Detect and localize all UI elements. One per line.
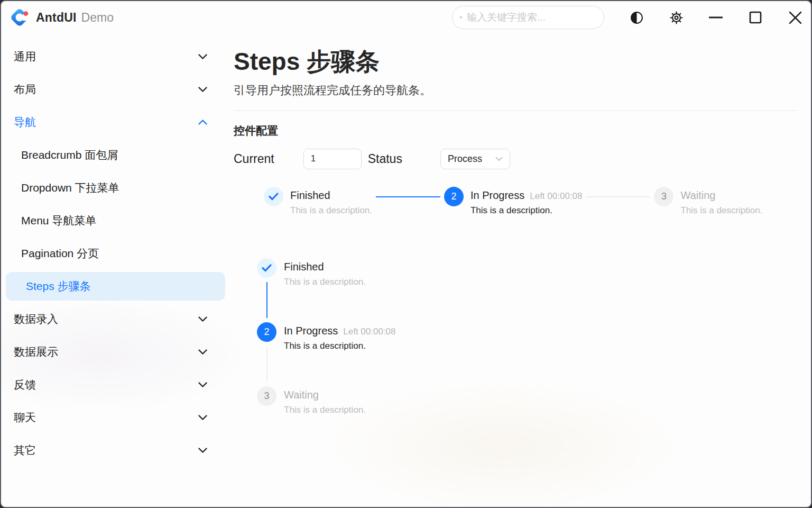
check-icon xyxy=(262,264,272,272)
main-content: Steps 步骤条 引导用户按照流程完成任务的导航条。 控件配置 Current… xyxy=(225,34,811,507)
step-number: 2 xyxy=(451,191,456,202)
sidebar-item-label: 通用 xyxy=(14,49,36,64)
chevron-down-icon xyxy=(198,382,207,387)
step-marker: 2 xyxy=(257,322,276,342)
settings-button[interactable] xyxy=(669,10,684,25)
search-input[interactable] xyxy=(467,12,596,23)
step-marker: 2 xyxy=(444,187,464,206)
search-box[interactable] xyxy=(452,6,604,29)
page-subtitle: 引导用户按照流程完成任务的导航条。 xyxy=(234,83,797,98)
step-finished[interactable]: Finished This is a description. xyxy=(257,258,797,322)
step-waiting[interactable]: 3 Waiting This is a description. xyxy=(654,187,762,216)
minimize-button[interactable] xyxy=(708,10,723,25)
step-number: 3 xyxy=(661,191,667,202)
sidebar-item-data-display[interactable]: 数据展示 xyxy=(1,335,225,368)
current-input[interactable] xyxy=(303,149,362,169)
sidebar-item-label: Menu 导航菜单 xyxy=(21,213,96,228)
step-description: This is a description. xyxy=(284,341,396,351)
sidebar-item-label: Steps 步骤条 xyxy=(26,279,91,294)
divider xyxy=(234,110,797,111)
step-marker xyxy=(264,187,283,206)
sidebar-item-layout[interactable]: 布局 xyxy=(1,73,225,106)
step-description: This is a description. xyxy=(284,277,366,287)
sidebar-item-pagination[interactable]: Pagination 分页 xyxy=(1,237,225,270)
settings-gear-icon xyxy=(669,11,684,25)
sidebar-item-general[interactable]: 通用 xyxy=(1,40,225,73)
sidebar-item-label: Breadcrumb 面包屑 xyxy=(21,148,118,162)
step-title: Finished xyxy=(290,189,330,202)
app-title-suffix: Demo xyxy=(81,11,114,25)
sidebar-item-label: 布局 xyxy=(14,82,36,97)
sidebar-item-navigation[interactable]: 导航 xyxy=(1,106,225,139)
config-controls: Current Status Process xyxy=(234,149,797,169)
sidebar-item-steps[interactable]: Steps 步骤条 xyxy=(6,272,225,301)
step-connector xyxy=(586,196,650,197)
close-button[interactable] xyxy=(788,10,802,25)
step-description: This is a description. xyxy=(680,205,762,216)
chevron-down-icon xyxy=(198,316,207,322)
sidebar-item-data-entry[interactable]: 数据录入 xyxy=(1,303,225,335)
check-icon xyxy=(269,193,279,201)
chevron-up-icon xyxy=(198,120,207,125)
sidebar-item-label: 其它 xyxy=(14,443,36,458)
page-title: Steps 步骤条 xyxy=(234,48,797,76)
step-marker: 3 xyxy=(654,187,673,206)
status-select[interactable]: Process xyxy=(440,149,510,169)
step-tail-connector xyxy=(266,346,267,382)
chevron-down-icon xyxy=(198,54,207,59)
maximize-icon xyxy=(749,11,762,24)
minimize-icon xyxy=(709,11,723,24)
app-logo-icon xyxy=(8,6,31,29)
sidebar-item-label: 数据录入 xyxy=(14,312,58,326)
step-title: Finished xyxy=(284,261,324,273)
sidebar-item-dropdown[interactable]: Dropdown 下拉菜单 xyxy=(1,171,225,204)
chevron-down-icon xyxy=(495,157,503,161)
titlebar: AntdUI Demo xyxy=(1,1,811,34)
step-tail-connector xyxy=(266,282,267,318)
step-waiting[interactable]: 3 Waiting This is a description. xyxy=(257,386,797,429)
status-select-value: Process xyxy=(448,153,495,165)
step-title: Waiting xyxy=(284,389,319,401)
step-title: In Progress xyxy=(284,325,338,337)
chevron-down-icon xyxy=(198,415,207,420)
step-in-progress[interactable]: 2 In Progress Left 00:00:08 This is a de… xyxy=(257,322,797,386)
step-number: 2 xyxy=(264,326,269,338)
step-number: 3 xyxy=(264,391,269,402)
step-connector xyxy=(376,196,440,197)
maximize-button[interactable] xyxy=(748,10,763,25)
sidebar-item-other[interactable]: 其它 xyxy=(1,434,225,467)
steps-horizontal: Finished This is a description. 2 In Pro… xyxy=(234,187,797,216)
status-label: Status xyxy=(368,152,402,166)
step-description: This is a description. xyxy=(470,205,583,216)
step-subtitle: Left 00:00:08 xyxy=(343,326,395,337)
step-marker: 3 xyxy=(257,386,276,406)
sidebar-item-label: Pagination 分页 xyxy=(21,246,99,261)
step-title: In Progress xyxy=(470,189,524,202)
theme-contrast-icon xyxy=(630,11,643,24)
sidebar: 通用 布局 导航 Breadcrumb 面包屑 xyxy=(1,34,225,507)
sidebar-item-label: 聊天 xyxy=(14,410,36,425)
app-window: AntdUI Demo xyxy=(0,0,812,508)
steps-vertical: Finished This is a description. 2 xyxy=(234,258,797,429)
chevron-down-icon xyxy=(198,448,207,453)
sidebar-item-menu[interactable]: Menu 导航菜单 xyxy=(1,204,225,237)
chevron-down-icon xyxy=(198,87,207,92)
step-marker xyxy=(257,258,276,278)
sidebar-item-feedback[interactable]: 反馈 xyxy=(1,368,225,401)
sidebar-item-label: 导航 xyxy=(14,115,36,130)
step-in-progress[interactable]: 2 In Progress Left 00:00:08 This is a de… xyxy=(444,187,583,216)
sidebar-item-label: 反馈 xyxy=(14,377,36,392)
sidebar-item-chat[interactable]: 聊天 xyxy=(1,401,225,434)
step-description: This is a description. xyxy=(284,405,366,415)
close-icon xyxy=(789,11,802,24)
theme-toggle-button[interactable] xyxy=(629,10,644,25)
sidebar-item-label: Dropdown 下拉菜单 xyxy=(21,180,119,195)
config-section-title: 控件配置 xyxy=(234,123,797,138)
sidebar-item-breadcrumb[interactable]: Breadcrumb 面包屑 xyxy=(1,139,225,171)
step-description: This is a description. xyxy=(290,205,372,216)
search-icon xyxy=(460,12,462,23)
step-finished[interactable]: Finished This is a description. xyxy=(264,187,372,216)
chevron-down-icon xyxy=(198,349,207,355)
step-subtitle: Left 00:00:08 xyxy=(530,191,582,202)
current-label: Current xyxy=(234,152,274,166)
